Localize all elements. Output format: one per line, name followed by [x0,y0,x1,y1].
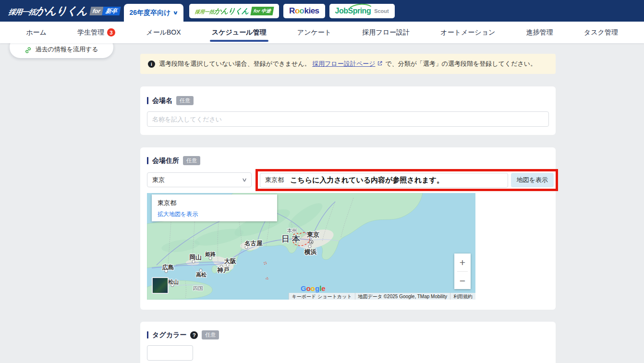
info-window-title: 東京都 [158,199,271,207]
link-icon [24,47,32,54]
title-bar-decoration [147,97,148,104]
venue-name-title: 会場名 任意 [147,96,194,105]
zoom-out-button[interactable]: − [454,272,471,290]
enlarge-map-link[interactable]: 拡大地図を表示 [158,210,271,218]
terms-link[interactable]: 利用規約 [450,293,475,300]
chevron-down-icon: ∨ [173,10,179,16]
nav-tab[interactable]: スケジュール管理 [212,22,267,43]
brand-badge: for新卒 [89,7,121,15]
nav-tab[interactable]: タスク管理 [584,22,618,43]
chevron-down-icon: ∨ [242,177,247,183]
address-input[interactable]: 東京都 こちらに入力されている内容が参照されます。 [260,173,508,188]
venue-address-card: 会場住所 任意 東京 ∨ 東京都 こちらに入力されている内容が参照されます。 地… [140,147,556,310]
nav-tab[interactable]: 学生管理 3 [77,22,115,43]
google-map[interactable]: 本州日本東京横浜名古屋大阪神戸姫路岡山広島高松松山四国 東京都 拡大地図を表示 … [147,193,475,300]
help-icon[interactable]: ? [190,331,198,339]
app-rookies[interactable]: Rookies [283,4,325,18]
year-selector[interactable]: 26年度卒向け ∨ [124,4,183,22]
external-link-icon [377,60,383,66]
banner-text-after: で、分類が「選考」の選考段階を登録してください。 [385,60,536,67]
rookies-logo: Rookies [289,6,319,16]
jobspring-arc-icon [350,3,372,8]
main-nav: ホーム 学生管理 3 メールBOX スケジュール管理 アンケート [0,22,644,43]
title-bar-decoration [147,157,148,164]
banner-text-before: 選考段階を選択していない場合、登録ができません。 [159,60,311,67]
venue-name-input[interactable] [147,111,549,127]
nav-tab[interactable]: ホーム [26,22,47,43]
map-attribution: キーボード ショートカット 地図データ ©2025 Google, TMap M… [289,293,475,300]
optional-badge: 任意 [202,330,219,339]
nav-tab[interactable]: オートメーション [440,22,495,43]
annotation-highlight-box: 東京都 こちらに入力されている内容が参照されます。 地図を表示 [255,169,558,191]
brand-text-small: 採用一括 [8,8,36,16]
notification-badge: 3 [107,28,115,36]
prefecture-select[interactable]: 東京 ∨ [147,172,252,187]
nav-tab[interactable]: アンケート [297,22,331,43]
show-map-button[interactable]: 地図を表示 [511,173,554,187]
map-data-attribution: 地図データ ©2025 Google, TMap Mobility [355,293,450,300]
tag-color-input[interactable] [147,345,193,361]
venue-address-title: 会場住所 任意 [147,156,200,165]
tag-color-card: タグカラー ? 任意 [140,322,556,363]
optional-badge: 任意 [183,156,200,165]
address-value: 東京都 [265,176,284,184]
nav-tab[interactable]: メールBOX [146,22,181,43]
info-icon: i [148,60,155,68]
year-selector-label: 26年度卒向け [130,9,171,17]
title-bar-decoration [147,331,148,339]
for-chuto-badge: for 中途 [250,7,274,15]
brand-logo: 採用一括かんりくん for新卒 [9,4,120,18]
tag-color-title: タグカラー ? 任意 [147,330,219,339]
keyboard-shortcuts-button[interactable]: キーボード ショートカット [289,293,355,300]
topbar: 採用一括かんりくん for新卒 26年度卒向け ∨ 採用一括かんりくん for … [0,0,644,22]
app-switcher: 採用一括かんりくん for 中途 Rookies JobSpring Scout [189,4,395,18]
venue-name-card: 会場名 任意 [140,86,556,135]
satellite-layer-thumbnail[interactable] [152,277,169,294]
app-kanrikun-chuto[interactable]: 採用一括かんりくん for 中途 [189,4,279,18]
app-jobspring[interactable]: JobSpring Scout [329,4,395,18]
zoom-in-button[interactable]: + [454,254,471,271]
optional-badge: 任意 [176,96,194,105]
flow-design-page-link[interactable]: 採用フロー設計ページ [312,60,375,67]
jobspring-logo: JobSpring [335,7,371,15]
nav-tab[interactable]: 進捗管理 [526,22,553,43]
map-zoom-control: + − [454,254,471,289]
info-banner: i 選考段階を選択していない場合、登録ができません。 採用フロー設計ページ で、… [140,54,556,74]
page: 採用一括かんりくん for新卒 26年度卒向け ∨ 採用一括かんりくん for … [0,0,644,363]
brand-text-large: かんりくん [35,5,88,17]
map-info-window: 東京都 拡大地図を表示 [152,194,277,221]
annotation-text: こちらに入力されている内容が参照されます。 [290,176,444,185]
nav-tab[interactable]: 採用フロー設計 [362,22,410,43]
